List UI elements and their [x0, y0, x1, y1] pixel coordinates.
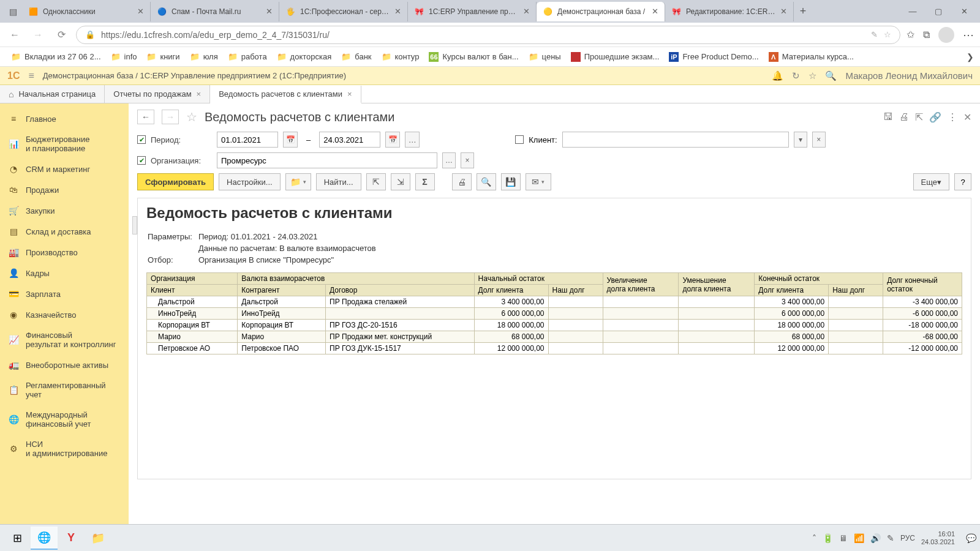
- nav-forward[interactable]: →: [29, 26, 47, 43]
- start-button[interactable]: ⊞: [4, 527, 31, 550]
- sidebar-item[interactable]: 📊Бюджетирование и планирование: [0, 129, 129, 159]
- tab-close[interactable]: ✕: [652, 7, 658, 16]
- settings-button[interactable]: Настройки...: [219, 173, 281, 190]
- browser-tab[interactable]: 🟧Одноклассники✕: [22, 2, 151, 21]
- kebab-icon[interactable]: ⋮: [948, 111, 957, 123]
- table-row[interactable]: ИнноТрейд ИнноТрейд 6 000 000,00 6 000 0…: [147, 308, 962, 320]
- sidebar-item[interactable]: 🏭Производство: [0, 242, 129, 263]
- client-checkbox[interactable]: ✔: [515, 135, 524, 144]
- bell-icon[interactable]: 🔔: [772, 70, 783, 81]
- tab-close[interactable]: ✕: [137, 7, 144, 16]
- sidebar-item[interactable]: 🛒Закупки: [0, 200, 129, 221]
- more-button[interactable]: Еще ▾: [913, 173, 949, 190]
- tray-battery[interactable]: 🔋: [823, 533, 833, 543]
- find-button[interactable]: Найти...: [316, 173, 361, 190]
- collections-icon[interactable]: ⧉: [923, 29, 930, 40]
- forward-button[interactable]: →: [162, 110, 179, 124]
- folder-button[interactable]: 📁: [285, 173, 311, 190]
- calendar-from-button[interactable]: 📅: [283, 132, 298, 148]
- collapse-button[interactable]: ⇲: [391, 173, 410, 190]
- save-icon[interactable]: 🖫: [883, 111, 893, 122]
- bookmark-item[interactable]: Прошедшие экзам...: [566, 50, 665, 64]
- mail-button[interactable]: ✉: [526, 173, 551, 190]
- tab-list-button[interactable]: ▤: [4, 2, 22, 21]
- bookmark-item[interactable]: 📁докторская: [272, 50, 337, 64]
- browser-tab[interactable]: 🔵Спам - Почта Mail.ru✕: [151, 2, 279, 21]
- browser-tab[interactable]: 🟡Демонстрационная база /✕: [537, 2, 665, 21]
- tray-notifications[interactable]: 💬: [966, 533, 976, 543]
- tray-clock[interactable]: 16:01 24.03.2021: [921, 530, 960, 546]
- bookmark-item[interactable]: 📁юля: [185, 50, 223, 64]
- sidebar-item[interactable]: 🌐Международный финансовый учет: [0, 405, 129, 434]
- disk-save-button[interactable]: 💾: [501, 173, 521, 190]
- preview-button[interactable]: 🔍: [477, 173, 496, 190]
- org-picker[interactable]: …: [442, 152, 456, 168]
- sidebar-item[interactable]: 💳Зарплата: [0, 283, 129, 304]
- taskbar-edge[interactable]: 🌐: [31, 527, 58, 550]
- table-row[interactable]: Дальстрой Дальстрой ПР Продажа стелажей …: [147, 296, 962, 308]
- client-input[interactable]: [562, 132, 789, 148]
- sidebar-item[interactable]: 📈Финансовый результат и контроллинг: [0, 325, 129, 354]
- bookmarks-overflow[interactable]: ❯: [967, 52, 974, 62]
- sidebar-item[interactable]: ▤Склад и доставка: [0, 221, 129, 242]
- sidebar-item[interactable]: 👤Кадры: [0, 263, 129, 283]
- bookmark-item[interactable]: 📁контур: [377, 50, 424, 64]
- help-button[interactable]: ?: [954, 173, 971, 190]
- tab-close[interactable]: ✕: [394, 7, 401, 16]
- favorites-icon[interactable]: ✩: [907, 29, 914, 40]
- sidebar-item[interactable]: 🛍Продажи: [0, 179, 129, 200]
- window-close[interactable]: ✕: [952, 2, 976, 21]
- form-report-button[interactable]: Сформировать: [137, 173, 214, 190]
- browser-tab[interactable]: 🎀1С:ERP Управление предпр✕: [408, 2, 537, 21]
- table-row[interactable]: Корпорация ВТ Корпорация ВТ ПР ГОЗ ДС-20…: [147, 320, 962, 331]
- tab-close[interactable]: ✕: [523, 7, 530, 16]
- favorite-toggle[interactable]: ☆: [186, 110, 197, 124]
- nav-back[interactable]: ←: [6, 26, 23, 43]
- bookmark-item[interactable]: 📁Вкладки из 27 06 2...: [6, 50, 106, 64]
- sidebar-item[interactable]: ≡Главное: [0, 108, 129, 129]
- user-name[interactable]: Макаров Леонид Михайлович: [845, 70, 973, 81]
- app-tab[interactable]: Ведомость расчетов с клиентами×: [210, 86, 361, 103]
- tab-close[interactable]: ✕: [266, 7, 273, 16]
- client-dropdown[interactable]: ▾: [794, 132, 807, 148]
- profile-avatar[interactable]: [938, 27, 954, 43]
- address-bar[interactable]: 🔒 https://edu.1cfresh.com/a/edu_erp_demo…: [76, 26, 900, 44]
- expand-button[interactable]: ⇱: [366, 173, 386, 190]
- table-row[interactable]: Петровское АО Петровское ПАО ПР ГОЗ ДУК-…: [147, 343, 962, 354]
- browser-tab[interactable]: 🖐1С:Профессионал - сертиф✕: [279, 2, 408, 21]
- close-icon[interactable]: ✕: [963, 111, 971, 123]
- sidebar-item[interactable]: 📋Регламентированный учет: [0, 375, 129, 405]
- tray-pen[interactable]: ✎: [887, 533, 894, 543]
- period-checkbox[interactable]: ✔: [137, 135, 146, 144]
- bookmark-item[interactable]: 📁банк: [336, 50, 376, 64]
- nav-refresh[interactable]: ⟳: [53, 26, 70, 43]
- period-picker-button[interactable]: …: [405, 132, 420, 148]
- link-icon[interactable]: 🔗: [929, 111, 941, 123]
- history-icon[interactable]: ↻: [792, 70, 800, 81]
- action-icon[interactable]: ✎: [871, 30, 878, 39]
- browser-tab[interactable]: 🎀Редактирование: 1С:ERP У✕: [665, 2, 794, 21]
- date-to-input[interactable]: 24.03.2021: [319, 132, 380, 148]
- date-from-input[interactable]: 01.01.2021: [217, 132, 278, 148]
- search-icon[interactable]: 🔍: [825, 70, 837, 81]
- tab-close[interactable]: ✕: [780, 7, 787, 16]
- sidebar-item[interactable]: ◔CRM и маркетинг: [0, 159, 129, 179]
- tray-chevron[interactable]: ˄: [812, 533, 816, 543]
- org-checkbox[interactable]: ✔: [137, 156, 146, 165]
- print-button[interactable]: 🖨: [452, 173, 472, 190]
- read-icon[interactable]: ☆: [884, 30, 891, 39]
- app-tab-close[interactable]: ×: [347, 89, 352, 99]
- print-icon[interactable]: 🖨: [899, 111, 909, 122]
- sidebar-item[interactable]: ◉Казначейство: [0, 304, 129, 325]
- tray-monitor[interactable]: 🖥: [839, 533, 848, 543]
- bookmark-item[interactable]: 📁работа: [223, 50, 272, 64]
- client-clear[interactable]: ×: [812, 132, 826, 148]
- back-button[interactable]: ←: [137, 110, 154, 124]
- sum-button[interactable]: Σ: [415, 173, 435, 190]
- star-icon[interactable]: ☆: [809, 70, 816, 81]
- bookmark-item[interactable]: iPFree Product Demo...: [664, 50, 763, 64]
- org-input[interactable]: Промресурс: [217, 152, 437, 168]
- tray-wifi[interactable]: 📶: [854, 533, 864, 543]
- app-tab[interactable]: Отчеты по продажам×: [105, 85, 210, 103]
- browser-menu[interactable]: ⋯: [963, 28, 974, 42]
